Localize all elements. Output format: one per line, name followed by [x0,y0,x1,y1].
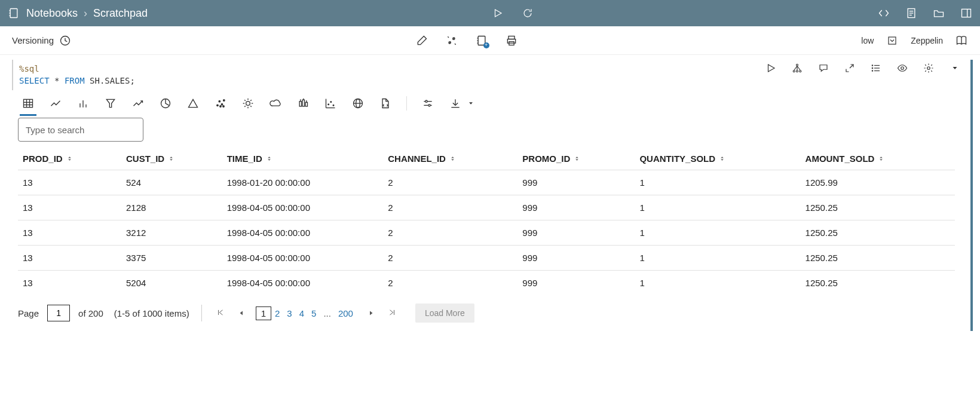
list-icon[interactable] [870,62,882,74]
svg-line-32 [797,66,800,70]
svg-point-86 [428,105,430,106]
engine-label[interactable]: Zeppelin [911,36,943,45]
column-header[interactable]: CHANNEL_ID [383,148,517,170]
priority-icon[interactable] [886,34,899,47]
code-editor[interactable]: %sql SELECT * FROM SH.SALES; [12,60,141,90]
expand-icon[interactable] [844,62,856,74]
sort-icon[interactable] [66,156,73,163]
document-icon[interactable] [905,7,918,20]
sort-icon[interactable] [878,156,884,163]
svg-marker-100 [721,157,724,158]
table-cell: 13 [18,271,121,296]
load-more-button[interactable]: Load More [415,303,474,323]
print-icon[interactable] [505,34,518,47]
breadcrumb-root[interactable]: Notebooks [26,7,78,20]
folder-icon[interactable] [932,7,945,20]
column-header[interactable]: TIME_ID [222,148,384,170]
area-chart-icon[interactable] [131,97,145,110]
svg-marker-92 [170,157,173,158]
svg-point-26 [797,64,798,66]
table-row[interactable]: 1352041998-04-05 00:00:00299911250.25 [18,271,955,296]
run-cell-icon[interactable] [765,62,777,74]
refresh-icon[interactable] [521,7,534,20]
last-page-icon[interactable] [385,308,399,318]
first-page-icon[interactable] [214,308,227,318]
table-row[interactable]: 1321281998-04-05 00:00:00299911250.25 [18,195,955,220]
line-chart-icon[interactable] [49,97,62,110]
save-notebook-icon[interactable]: + [475,34,488,47]
funnel-chart-icon[interactable] [104,97,117,110]
map-chart-icon[interactable] [351,97,365,110]
disconnect-icon[interactable] [445,34,458,47]
next-page-icon[interactable] [365,308,377,318]
sub-toolbar: Versioning + low Zeppelin [0,26,980,55]
sort-icon[interactable] [266,156,272,163]
page-number[interactable]: 4 [296,308,308,318]
gear-icon[interactable] [923,62,935,74]
table-view-icon[interactable] [22,97,35,110]
column-header[interactable]: PROD_ID [18,148,121,170]
html-view-icon[interactable] [379,97,392,110]
history-icon[interactable] [59,34,72,47]
book-icon[interactable] [955,34,968,47]
priority-label[interactable]: low [861,36,874,45]
page-number[interactable]: 200 [335,308,357,318]
table-row[interactable]: 1332121998-04-05 00:00:00299911250.25 [18,220,955,246]
table-search-input[interactable] [18,118,143,142]
eraser-icon[interactable] [415,34,428,47]
boxplot-chart-icon[interactable] [296,97,310,110]
table-cell: 2 [383,170,517,195]
svg-marker-94 [268,157,271,158]
breadcrumb-current[interactable]: Scratchpad [93,7,148,20]
table-cell: 999 [517,195,635,220]
versioning-label[interactable]: Versioning [12,35,54,45]
page-number[interactable]: 2 [271,308,283,318]
svg-line-14 [448,36,449,38]
dropdown-caret-icon[interactable] [949,62,961,74]
sort-icon[interactable] [449,156,456,163]
table-cell: 1998-01-20 00:00:00 [222,170,384,195]
tag-cloud-icon[interactable] [269,97,282,110]
page-number-current[interactable]: 1 [256,306,271,320]
page-number[interactable]: 5 [308,308,320,318]
page-items-label: (1-5 of 1000 items) [114,308,189,318]
sort-icon[interactable] [168,156,174,163]
table-row[interactable]: 1333751998-04-05 00:00:00299911250.25 [18,246,955,271]
table-cell: 1998-04-05 00:00:00 [222,271,384,296]
pie-chart-icon[interactable] [159,97,172,110]
run-all-icon[interactable] [491,7,504,20]
page-number[interactable]: 3 [283,308,295,318]
bar-chart-icon[interactable] [76,97,90,110]
svg-point-57 [223,100,225,102]
prev-page-icon[interactable] [235,308,247,318]
column-header[interactable]: AMOUNT_SOLD [801,148,955,170]
table-cell: 999 [517,271,635,296]
column-header[interactable]: QUANTITY_SOLD [635,148,800,170]
column-header[interactable]: PROMO_ID [517,148,635,170]
page-input[interactable] [47,305,70,321]
scatter-chart-icon[interactable] [214,97,227,110]
sort-icon[interactable] [574,156,580,163]
table-cell: 2 [383,220,517,246]
settings-sliders-icon[interactable] [421,97,434,110]
code-view-icon[interactable] [877,7,890,20]
svg-rect-43 [24,100,33,108]
svg-rect-0 [10,9,17,18]
pyramid-chart-icon[interactable] [186,97,200,110]
dependency-tree-icon[interactable] [791,62,803,74]
column-header[interactable]: CUST_ID [121,148,222,170]
sort-icon[interactable] [719,156,725,163]
table-cell: 999 [517,246,635,271]
visibility-icon[interactable] [896,62,908,74]
comment-icon[interactable] [817,62,829,74]
bubble-chart-icon[interactable] [324,97,337,110]
table-cell: 1250.25 [801,246,955,271]
download-icon[interactable] [449,97,462,110]
table-cell: 1250.25 [801,220,955,246]
sunburst-chart-icon[interactable] [241,97,255,110]
svg-line-31 [794,66,797,70]
svg-point-37 [872,65,873,66]
download-caret-icon[interactable] [468,97,474,110]
table-row[interactable]: 135241998-01-20 00:00:00299911205.99 [18,170,955,195]
panel-layout-icon[interactable] [960,7,973,20]
